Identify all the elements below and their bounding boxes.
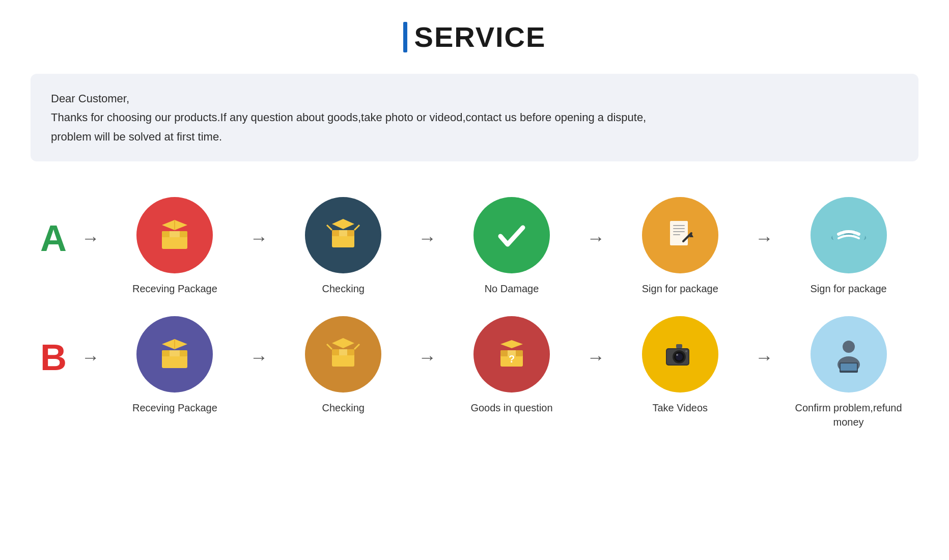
svg-line-10 xyxy=(354,225,359,230)
flow-section: A → Receving Package → xyxy=(31,187,918,439)
svg-marker-34 xyxy=(500,340,523,348)
arrow-b4: → xyxy=(750,347,778,368)
svg-rect-2 xyxy=(170,231,180,237)
svg-line-29 xyxy=(327,344,332,349)
svg-rect-14 xyxy=(673,231,685,232)
step-a-nodamage: No Damage xyxy=(442,197,582,296)
step-a-receiving-label: Receving Package xyxy=(132,282,217,296)
arrow-a1: → xyxy=(245,228,273,249)
arrow-b0: → xyxy=(76,347,105,368)
step-a-sign1: Sign for package xyxy=(610,197,750,296)
title-accent-bar xyxy=(403,22,407,52)
flow-row-b: B → Receving Package → xyxy=(31,306,918,439)
video-icon xyxy=(642,316,718,393)
notice-line3: problem will be solved at first time. xyxy=(51,127,898,146)
arrow-a4: → xyxy=(750,228,778,249)
title-text: SERVICE xyxy=(414,20,546,53)
arrow-b3: → xyxy=(581,347,610,368)
arrow-a0: → xyxy=(76,228,105,249)
svg-marker-8 xyxy=(332,219,354,229)
svg-rect-12 xyxy=(673,225,685,226)
step-a-nodamage-label: No Damage xyxy=(485,282,539,296)
svg-line-30 xyxy=(354,344,359,349)
svg-line-9 xyxy=(327,225,332,230)
svg-marker-28 xyxy=(332,338,354,348)
notice-line2: Thanks for choosing our products.If any … xyxy=(51,108,898,127)
step-b-refund-label: Confirm problem,refund money xyxy=(795,401,902,429)
svg-rect-11 xyxy=(670,221,688,245)
question-icon: ? xyxy=(473,316,550,393)
step-b-question-label: Goods in question xyxy=(470,401,552,415)
step-a-sign2-label: Sign for package xyxy=(811,282,887,296)
page-title: SERVICE xyxy=(403,20,546,53)
nodamage-icon xyxy=(473,197,550,273)
svg-point-43 xyxy=(685,350,687,352)
sign1-icon xyxy=(642,197,718,273)
step-b-checking-label: Checking xyxy=(322,401,365,415)
checking-icon-b xyxy=(305,316,381,393)
step-b-video-label: Take Videos xyxy=(652,401,708,415)
svg-rect-22 xyxy=(170,350,180,356)
step-b-refund: Confirm problem,refund money xyxy=(778,316,918,429)
step-a-sign1-label: Sign for package xyxy=(642,282,718,296)
arrow-a3: → xyxy=(581,228,610,249)
row-letter-a: A xyxy=(31,217,76,259)
step-a-checking-label: Checking xyxy=(322,282,365,296)
notice-box: Dear Customer, Thanks for choosing our p… xyxy=(31,74,918,161)
svg-rect-27 xyxy=(339,349,347,355)
step-a-checking: Checking xyxy=(273,197,413,296)
checking-icon-a xyxy=(305,197,381,273)
step-b-receiving: Receving Package xyxy=(105,316,245,415)
svg-rect-7 xyxy=(339,230,347,236)
row-letter-b: B xyxy=(31,337,76,378)
step-a-sign2: Sign for package xyxy=(778,197,918,296)
step-b-receiving-label: Receving Package xyxy=(132,401,217,415)
step-a-receiving: Receving Package xyxy=(105,197,245,296)
svg-rect-15 xyxy=(673,234,680,235)
svg-rect-47 xyxy=(841,363,857,371)
arrow-a2: → xyxy=(413,228,442,249)
arrow-b2: → xyxy=(413,347,442,368)
step-b-checking: Checking xyxy=(273,316,413,415)
receiving-icon-b xyxy=(136,316,213,393)
step-b-video: Take Videos xyxy=(610,316,750,415)
receiving-icon-a xyxy=(136,197,213,273)
refund-icon xyxy=(811,316,887,393)
notice-line1: Dear Customer, xyxy=(51,89,898,108)
flow-row-a: A → Receving Package → xyxy=(31,187,918,306)
svg-text:?: ? xyxy=(509,353,515,365)
step-b-question: ? Goods in question xyxy=(442,316,582,415)
arrow-b1: → xyxy=(245,347,273,368)
sign2-icon xyxy=(811,197,887,273)
svg-point-44 xyxy=(843,341,855,353)
svg-rect-13 xyxy=(673,228,685,229)
svg-point-41 xyxy=(676,354,678,356)
svg-rect-42 xyxy=(676,344,682,348)
